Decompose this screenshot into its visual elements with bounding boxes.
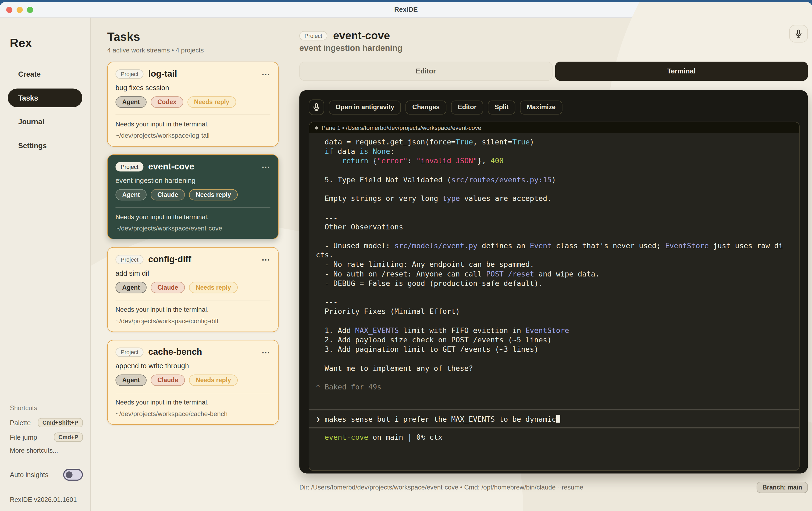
terminal-line — [316, 288, 792, 297]
chip-claude: Claude — [151, 375, 185, 386]
divider — [116, 207, 270, 208]
divider — [116, 115, 270, 115]
shortcut-row: File jumpCmd+P — [10, 432, 83, 442]
shortcut-rows: PaletteCmd+Shift+PFile jumpCmd+P — [10, 418, 83, 442]
chip-row: AgentClaudeNeeds reply — [116, 189, 270, 200]
chip-needs-reply: Needs reply — [189, 282, 238, 293]
task-card-description: bug fixes session — [116, 84, 270, 92]
terminal-line: - Unused model: src/models/event.py defi… — [316, 241, 792, 250]
terminal-line: --- — [316, 213, 792, 222]
window-title: RexIDE — [0, 6, 812, 13]
branch-badge: Branch: main — [757, 482, 808, 493]
terminal-line: 2. Add payload size check on POST /event… — [316, 335, 792, 344]
terminal-button-editor[interactable]: Editor — [451, 100, 484, 114]
terminal-input-text: makes sense but i prefer the MAX_EVENTS … — [320, 415, 556, 423]
shortcut-label: Palette — [10, 419, 31, 427]
sidebar-bottom: Shortcuts PaletteCmd+Shift+PFile jumpCmd… — [10, 404, 83, 504]
sidebar-item-create[interactable]: Create — [8, 65, 82, 83]
microphone-icon — [794, 29, 803, 38]
voice-input-button[interactable] — [789, 25, 808, 42]
auto-insights-toggle[interactable] — [63, 469, 83, 481]
more-shortcuts-link[interactable]: More shortcuts... — [10, 447, 83, 454]
terminal-line: - No rate limiting: Any endpoint can be … — [316, 260, 792, 269]
chip-needs-reply: Needs reply — [189, 189, 238, 200]
terminal-button-open-in-antigravity[interactable]: Open in antigravity — [329, 100, 401, 114]
task-card-path: ~/dev/projects/workspace/config-diff — [116, 318, 270, 325]
task-card-log-tail[interactable]: Project log-tail ⋯ bug fixes session Age… — [107, 62, 279, 147]
task-card-description: event ingestion hardening — [116, 177, 270, 184]
task-card-message: Needs your input in the terminal. — [116, 306, 270, 313]
terminal-container: Open in antigravityChangesEditorSplitMax… — [299, 90, 808, 473]
sidebar-item-journal[interactable]: Journal — [8, 112, 82, 131]
card-menu-button[interactable]: ⋯ — [262, 162, 270, 172]
terminal-toolbar: Open in antigravityChangesEditorSplitMax… — [309, 100, 800, 115]
project-badge: Project — [116, 347, 144, 357]
task-card-list: Project log-tail ⋯ bug fixes session Age… — [107, 62, 279, 425]
terminal-line: return {"error": "invalid JSON"}, 400 — [316, 156, 792, 165]
chip-needs-reply: Needs reply — [187, 96, 236, 108]
app-root: RexIDE Rex CreateTasksJournalSettings Sh… — [0, 0, 812, 511]
terminal-line: * Baked for 49s — [316, 382, 792, 392]
terminal-line: if data is None: — [316, 147, 792, 156]
statusbar-info: Dir: /Users/tomerbd/dev/projects/workspa… — [299, 484, 583, 491]
terminal-pane[interactable]: Pane 1 • /Users/tomerbd/dev/projects/wor… — [309, 122, 800, 471]
terminal-line: 1. Add MAX_EVENTS limit with FIFO evicti… — [316, 326, 792, 335]
page-title: event-cove — [333, 30, 390, 42]
pane-title: Pane 1 • /Users/tomerbd/dev/projects/wor… — [322, 124, 481, 131]
sidebar-nav: CreateTasksJournalSettings — [0, 65, 90, 155]
project-badge: Project — [116, 162, 144, 172]
text-cursor — [556, 415, 560, 423]
app-brand: Rex — [10, 36, 90, 50]
chip-needs-reply: Needs reply — [189, 375, 238, 386]
chip-claude: Claude — [151, 189, 185, 200]
shortcut-row: PaletteCmd+Shift+P — [10, 418, 83, 427]
tasks-panel: Tasks 4 active work streams • 4 projects… — [91, 18, 289, 511]
app-version: RexIDE v2026.01.1601 — [10, 496, 83, 504]
terminal-line — [316, 165, 792, 175]
bottom-statusbar: Dir: /Users/tomerbd/dev/projects/workspa… — [299, 482, 808, 493]
main-panel: Project event-cove event ingestion harde… — [289, 18, 812, 511]
sidebar-item-settings[interactable]: Settings — [8, 136, 82, 155]
prompt-chevron-icon: ❯ — [316, 415, 320, 423]
task-card-config-diff[interactable]: Project config-diff ⋯ add sim dif AgentC… — [107, 247, 279, 332]
tab-terminal[interactable]: Terminal — [555, 62, 808, 81]
chip-agent: Agent — [116, 96, 147, 108]
chip-agent: Agent — [116, 282, 147, 293]
task-card-description: add sim dif — [116, 269, 270, 277]
project-badge: Project — [299, 31, 327, 40]
terminal-button-split[interactable]: Split — [488, 100, 516, 114]
terminal-buttons: Open in antigravityChangesEditorSplitMax… — [329, 100, 562, 114]
chip-row: AgentCodexNeeds reply — [116, 96, 270, 108]
tasks-subtitle: 4 active work streams • 4 projects — [107, 47, 279, 54]
terminal-line — [316, 316, 792, 326]
chip-row: AgentClaudeNeeds reply — [116, 375, 270, 386]
chip-agent: Agent — [116, 375, 147, 386]
terminal-line: 5. Type Field Not Validated (src/routes/… — [316, 175, 792, 184]
terminal-line — [316, 354, 792, 363]
terminal-button-maximize[interactable]: Maximize — [520, 100, 562, 114]
card-menu-button[interactable]: ⋯ — [262, 255, 270, 265]
tab-editor[interactable]: Editor — [299, 62, 552, 81]
task-card-cache-bench[interactable]: Project cache-bench ⋯ append to write th… — [107, 340, 279, 425]
task-card-title: config-diff — [148, 254, 257, 265]
chip-claude: Claude — [151, 282, 185, 293]
task-card-path: ~/dev/projects/workspace/cache-bench — [116, 410, 270, 418]
terminal-line: - No auth on /reset: Anyone can call POS… — [316, 269, 792, 279]
pane-status-dot — [315, 126, 318, 130]
terminal-divider — [309, 409, 799, 410]
page-subtitle: event ingestion hardening — [299, 44, 808, 53]
terminal-line: - DEBUG = False is good (production-safe… — [316, 279, 792, 288]
terminal-input[interactable]: ❯ makes sense but i prefer the MAX_EVENT… — [316, 415, 792, 424]
chip-agent: Agent — [116, 189, 147, 200]
terminal-voice-button[interactable] — [309, 100, 324, 115]
terminal-button-changes[interactable]: Changes — [405, 100, 446, 114]
task-card-event-cove[interactable]: Project event-cove ⋯ event ingestion har… — [107, 154, 279, 239]
card-menu-button[interactable]: ⋯ — [262, 347, 270, 357]
sidebar-item-tasks[interactable]: Tasks — [8, 88, 82, 107]
card-menu-button[interactable]: ⋯ — [262, 69, 270, 79]
divider — [116, 393, 270, 393]
terminal-line — [316, 373, 792, 382]
keyboard-shortcut-badge: Cmd+Shift+P — [38, 418, 83, 427]
tasks-title: Tasks — [107, 30, 279, 44]
task-card-title: cache-bench — [148, 347, 257, 358]
